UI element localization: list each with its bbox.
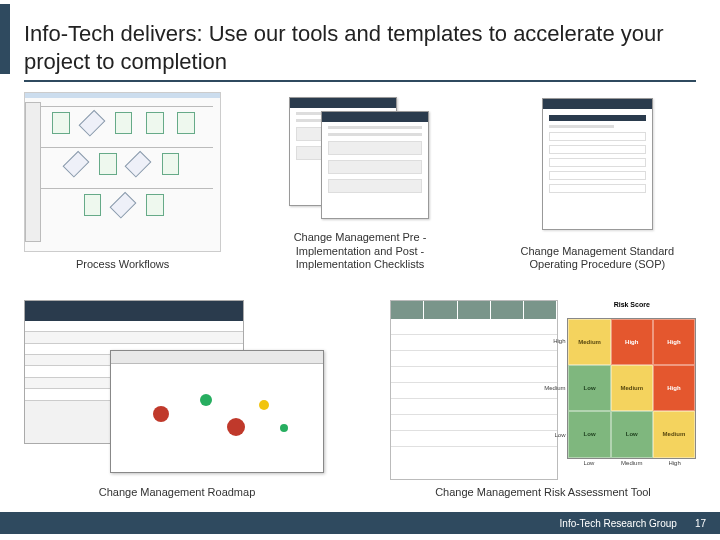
thumbnail-sop [499, 92, 696, 239]
slide-title: Info-Tech delivers: Use our tools and te… [24, 20, 696, 75]
slide: Info-Tech delivers: Use our tools and te… [0, 0, 720, 540]
item-checklists: Change Management Pre -Implementation an… [261, 92, 458, 272]
thumbnail-risk: Risk Score High Medium Low Medium High H… [390, 300, 696, 480]
risk-matrix-title: Risk Score [567, 300, 696, 316]
risk-matrix: Medium High High Low Medium High Low Low… [567, 318, 696, 459]
grid-row-1: Process Workflows Change Management Pre … [24, 92, 696, 272]
item-roadmap: Change Management Roadmap [24, 300, 330, 500]
item-sop: Change Management Standard Operating Pro… [499, 92, 696, 272]
thumbnail-checklists [261, 92, 458, 225]
risk-x-labels: Low Medium High [567, 460, 696, 473]
title-block: Info-Tech delivers: Use our tools and te… [0, 20, 720, 75]
item-process-workflows: Process Workflows [24, 92, 221, 272]
title-underline [24, 80, 696, 82]
risk-y-labels: High Medium Low [540, 318, 568, 459]
thumbnail-roadmap [24, 300, 330, 480]
thumbnail-process-workflows [24, 92, 221, 252]
footer: Info-Tech Research Group 17 [0, 512, 720, 534]
grid-row-2: Change Management Roadmap Risk Score Hig… [24, 300, 696, 500]
caption-sop: Change Management Standard Operating Pro… [499, 245, 696, 273]
caption-checklists: Change Management Pre -Implementation an… [261, 231, 458, 272]
item-risk: Risk Score High Medium Low Medium High H… [390, 300, 696, 500]
footer-page-number: 17 [695, 518, 706, 529]
caption-risk: Change Management Risk Assessment Tool [435, 486, 651, 500]
caption-process-workflows: Process Workflows [76, 258, 169, 272]
footer-org: Info-Tech Research Group [560, 518, 677, 529]
caption-roadmap: Change Management Roadmap [99, 486, 256, 500]
